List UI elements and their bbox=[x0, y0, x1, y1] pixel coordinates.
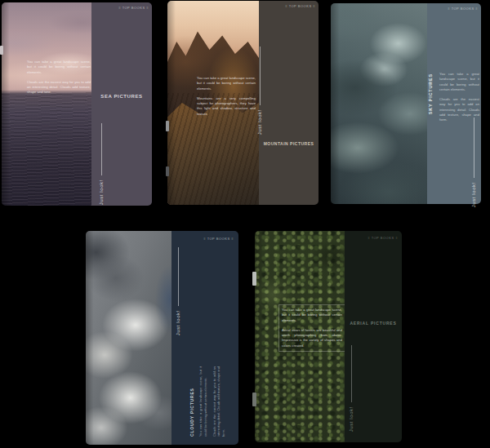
forest-aerial-photo: You can take a great landscape scene, bu… bbox=[255, 231, 345, 442]
vertical-rule bbox=[260, 47, 261, 105]
bookmark-tab bbox=[166, 121, 169, 131]
brand-logo: ≡ TOP BOOKS ≡ bbox=[118, 6, 149, 10]
intro-paragraph: You can take a great landscape scene, bu… bbox=[198, 366, 208, 437]
tagline: Just look! bbox=[257, 109, 262, 135]
brand-logo: ≡ TOP BOOKS ≡ bbox=[448, 7, 478, 11]
vertical-rule bbox=[178, 247, 179, 306]
mountain-panel: ≡ TOP BOOKS ≡ MOUNTAIN PICTURES bbox=[259, 1, 318, 205]
mountain-ridge-photo: You can take a great landscape scene, bu… bbox=[167, 1, 259, 205]
intro-paragraph: You can take a great landscape scene, bu… bbox=[197, 76, 256, 91]
book-cover-sea: You can take a great landscape scene, bu… bbox=[2, 2, 152, 206]
cover-title: CLOUDY PICTURES bbox=[189, 366, 194, 437]
tagline: Just look! bbox=[176, 310, 180, 335]
spine-shadow bbox=[2, 2, 91, 206]
tagline-group: Just look! bbox=[255, 47, 265, 135]
sea-text-block: You can take a great landscape scene, bu… bbox=[27, 60, 91, 100]
intro-paragraph: You can take a great landscape scene, bu… bbox=[282, 308, 342, 323]
tagline: Just look! bbox=[471, 182, 476, 207]
cover-collection: You can take a great landscape scene, bu… bbox=[0, 0, 490, 448]
bookmark-tab bbox=[252, 393, 256, 406]
cloudy-rotated-text-block: CLOUDY PICTURES You can take a great lan… bbox=[189, 366, 230, 437]
book-cover-aerial: You can take a great landscape scene, bu… bbox=[255, 231, 402, 442]
body-paragraph: Mountains are a very compelling subject … bbox=[197, 96, 256, 117]
mountain-text-block: You can take a great landscape scene, bu… bbox=[197, 76, 259, 122]
body-paragraph: Aerial views of forests are beautiful an… bbox=[282, 328, 342, 348]
storm-sky-photo bbox=[331, 3, 427, 204]
tagline: Just look! bbox=[99, 180, 104, 205]
brand-logo: ≡ TOP BOOKS ≡ bbox=[368, 236, 398, 240]
cover-title: MOUNTAIN PICTURES bbox=[259, 141, 318, 146]
bookmark-tab bbox=[166, 166, 169, 176]
tagline-group: Just look! bbox=[96, 123, 106, 205]
cloud-bank-photo bbox=[86, 231, 172, 445]
book-cover-sky: ≡ TOP BOOKS ≡ SKY PICTURES You can take … bbox=[331, 3, 481, 204]
bookmark-tab bbox=[252, 272, 256, 286]
spine-shadow bbox=[331, 3, 427, 204]
cover-title: AERIAL PICTURES bbox=[345, 321, 402, 326]
bookmark-tab bbox=[0, 46, 3, 55]
vertical-rule bbox=[101, 123, 102, 175]
body-paragraph: Clouds are the easiest way for you to ad… bbox=[27, 80, 91, 95]
vertical-rule bbox=[474, 118, 474, 178]
book-cover-cloudy: ≡ TOP BOOKS ≡ Just look! CLOUDY PICTURES… bbox=[86, 231, 238, 445]
aerial-text-block: You can take a great landscape scene, bu… bbox=[278, 304, 345, 352]
sea-sunset-photo: You can take a great landscape scene, bu… bbox=[2, 2, 91, 206]
brand-logo: ≡ TOP BOOKS ≡ bbox=[203, 237, 234, 241]
tagline-group: Just look! bbox=[173, 247, 183, 335]
intro-paragraph: You can take a great landscape scene, bu… bbox=[27, 60, 91, 75]
book-cover-mountain: You can take a great landscape scene, bu… bbox=[167, 1, 318, 205]
brand-logo: ≡ TOP BOOKS ≡ bbox=[285, 4, 315, 8]
cover-title: SEA PICTURES bbox=[91, 94, 152, 99]
body-paragraph: Clouds are the easiest way for you to ad… bbox=[212, 366, 226, 437]
spine-shadow bbox=[86, 231, 172, 445]
cover-title: SKY PICTURES bbox=[428, 73, 433, 114]
tagline: Just look! bbox=[349, 406, 354, 432]
tagline-group: Just look! bbox=[346, 345, 356, 432]
tagline-group: Just look! bbox=[469, 118, 479, 207]
intro-paragraph: You can take a great landscape scene, bu… bbox=[439, 72, 479, 92]
vertical-rule bbox=[351, 345, 352, 402]
